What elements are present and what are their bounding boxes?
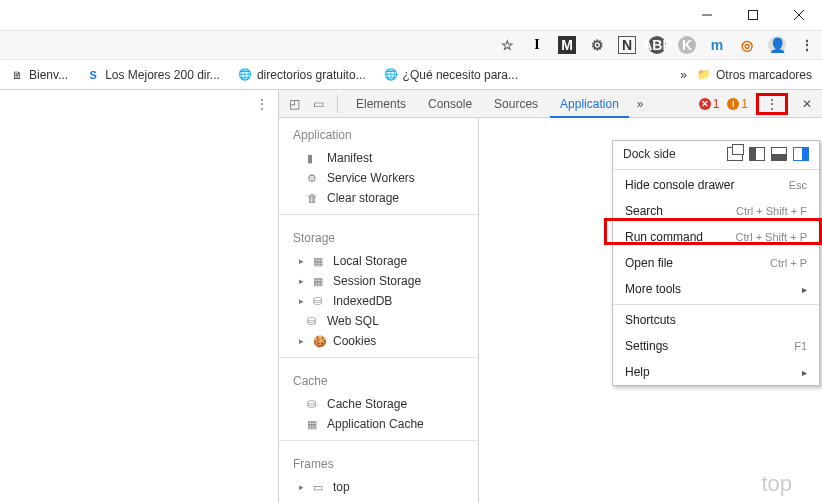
expand-icon[interactable]: ▸: [299, 276, 307, 286]
sidebar-item-session-storage[interactable]: ▸▦Session Storage: [279, 271, 478, 291]
storage-icon: ▦: [307, 418, 321, 431]
tab-application[interactable]: Application: [550, 90, 629, 118]
expand-icon[interactable]: ▸: [299, 482, 307, 492]
bookmark-item[interactable]: 🗎Bienv...: [10, 68, 68, 82]
devtools-dropdown-menu: Dock side Hide console drawerEsc SearchC…: [612, 140, 820, 386]
devtools-menu-button[interactable]: ⋮: [756, 93, 788, 115]
devtools-tabbar: ◰ ▭ Elements Console Sources Application…: [279, 90, 822, 118]
devtools-close-button[interactable]: ✕: [796, 97, 818, 111]
dock-right-icon[interactable]: [793, 147, 809, 161]
cookie-icon: 🍪: [313, 335, 327, 348]
trash-icon: 🗑: [307, 192, 321, 204]
menu-hide-drawer[interactable]: Hide console drawerEsc: [613, 172, 819, 198]
divider: [279, 214, 478, 215]
sidebar-item-service-workers[interactable]: ⚙Service Workers: [279, 168, 478, 188]
bookmark-item[interactable]: 🌐directorios gratuito...: [238, 68, 366, 82]
star-icon[interactable]: ☆: [498, 36, 516, 54]
bookmarks-folder[interactable]: 📁Otros marcadores: [697, 68, 812, 82]
db-icon: ⛁: [307, 398, 321, 411]
section-title: Cache: [279, 364, 478, 394]
ext-m-icon[interactable]: m: [708, 36, 726, 54]
bookmark-overflow[interactable]: »: [680, 68, 687, 82]
dock-label: Dock side: [623, 147, 727, 161]
menu-shortcut: Ctrl + Shift + P: [735, 231, 807, 243]
warning-indicator[interactable]: !1: [727, 97, 748, 111]
tab-sources[interactable]: Sources: [484, 90, 548, 118]
ext-abp-icon[interactable]: ABP: [648, 36, 666, 54]
folder-label: Otros marcadores: [716, 68, 812, 82]
item-label: Local Storage: [333, 254, 407, 268]
ext-settings-icon[interactable]: ⚙: [588, 36, 606, 54]
menu-label: Search: [625, 204, 663, 218]
window-titlebar: [0, 0, 822, 30]
bookmark-label: ¿Qué necesito para...: [403, 68, 518, 82]
dock-undock-icon[interactable]: [727, 147, 743, 161]
sidebar-item-clear-storage[interactable]: 🗑Clear storage: [279, 188, 478, 208]
menu-run-command[interactable]: Run commandCtrl + Shift + P: [613, 224, 819, 250]
menu-settings[interactable]: SettingsF1: [613, 333, 819, 359]
folder-icon: 📁: [697, 68, 711, 82]
item-label: Web SQL: [327, 314, 379, 328]
dock-bottom-icon[interactable]: [771, 147, 787, 161]
window-maximize-button[interactable]: [730, 0, 776, 30]
storage-icon: ▦: [313, 275, 327, 288]
chrome-menu-icon[interactable]: ⋮: [798, 36, 816, 54]
section-title: Storage: [279, 221, 478, 251]
ext-gmail-icon[interactable]: M: [558, 36, 576, 54]
error-indicator[interactable]: ✕1: [699, 97, 720, 111]
db-icon: ⛁: [313, 295, 327, 308]
window-close-button[interactable]: [776, 0, 822, 30]
menu-help[interactable]: Help: [613, 359, 819, 385]
tab-elements[interactable]: Elements: [346, 90, 416, 118]
toggle-device-icon[interactable]: ▭: [307, 97, 329, 111]
menu-more-tools[interactable]: More tools: [613, 276, 819, 302]
menu-shortcut: Ctrl + Shift + F: [736, 205, 807, 217]
manifest-icon: ▮: [307, 152, 321, 165]
sidebar-item-indexeddb[interactable]: ▸⛁IndexedDB: [279, 291, 478, 311]
tabs-overflow-icon[interactable]: »: [631, 97, 650, 111]
menu-shortcut: Esc: [789, 179, 807, 191]
ext-k-icon[interactable]: K: [678, 36, 696, 54]
bookmarks-bar: 🗎Bienv... SLos Mejores 200 dir... 🌐direc…: [0, 60, 822, 90]
menu-label: Help: [625, 365, 650, 379]
item-label: IndexedDB: [333, 294, 392, 308]
ext-instapaper-icon[interactable]: I: [528, 36, 546, 54]
divider: [337, 95, 338, 113]
ext-n-icon[interactable]: N: [618, 36, 636, 54]
menu-shortcuts[interactable]: Shortcuts: [613, 307, 819, 333]
page-pane-menu-icon[interactable]: ⋮: [256, 97, 268, 111]
error-count: 1: [713, 97, 720, 111]
globe-icon: 🌐: [384, 68, 398, 82]
avatar-icon[interactable]: 👤: [768, 36, 786, 54]
sidebar-item-frame-top[interactable]: ▸▭top: [279, 477, 478, 497]
item-label: Manifest: [327, 151, 372, 165]
sidebar-item-cache-storage[interactable]: ⛁Cache Storage: [279, 394, 478, 414]
item-label: Cookies: [333, 334, 376, 348]
menu-label: Hide console drawer: [625, 178, 734, 192]
expand-icon[interactable]: ▸: [299, 296, 307, 306]
menu-label: Shortcuts: [625, 313, 676, 327]
menu-search[interactable]: SearchCtrl + Shift + F: [613, 198, 819, 224]
error-icon: ✕: [699, 98, 711, 110]
ghost-label: top: [761, 471, 792, 497]
sidebar-item-manifest[interactable]: ▮Manifest: [279, 148, 478, 168]
bookmark-item[interactable]: 🌐¿Qué necesito para...: [384, 68, 518, 82]
sidebar-item-websql[interactable]: ⛁Web SQL: [279, 311, 478, 331]
bookmark-item[interactable]: SLos Mejores 200 dir...: [86, 68, 220, 82]
tab-console[interactable]: Console: [418, 90, 482, 118]
expand-icon[interactable]: ▸: [299, 256, 307, 266]
sidebar-item-cookies[interactable]: ▸🍪Cookies: [279, 331, 478, 351]
bookmark-label: Los Mejores 200 dir...: [105, 68, 220, 82]
window-minimize-button[interactable]: [684, 0, 730, 30]
ext-o-icon[interactable]: ◎: [738, 36, 756, 54]
bookmark-label: Bienv...: [29, 68, 68, 82]
expand-icon[interactable]: ▸: [299, 336, 307, 346]
dock-left-icon[interactable]: [749, 147, 765, 161]
menu-open-file[interactable]: Open fileCtrl + P: [613, 250, 819, 276]
menu-label: More tools: [625, 282, 681, 296]
sidebar-item-local-storage[interactable]: ▸▦Local Storage: [279, 251, 478, 271]
sidebar-item-app-cache[interactable]: ▦Application Cache: [279, 414, 478, 434]
page-content-pane: ⋮: [0, 90, 279, 503]
item-label: top: [333, 480, 350, 494]
inspect-element-icon[interactable]: ◰: [283, 97, 305, 111]
